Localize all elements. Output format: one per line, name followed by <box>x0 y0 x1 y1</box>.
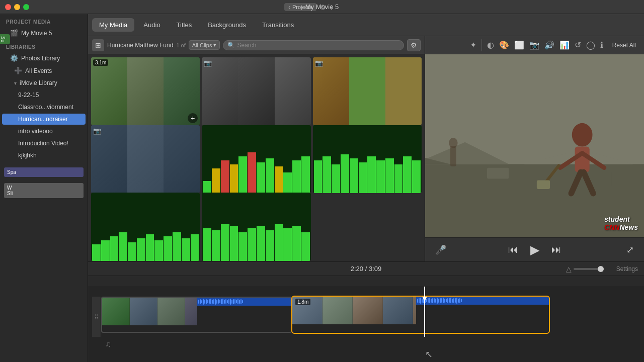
fullscreen-window-button[interactable] <box>23 4 29 10</box>
cursor-icon: ↖ <box>425 349 433 359</box>
sidebar-item-kjkj[interactable]: kjkjhkh <box>2 150 86 161</box>
sidebar-imovie-label: iMovie Library <box>20 79 57 86</box>
time-total: 3:09 <box>369 265 381 273</box>
reset-all-button[interactable]: Reset All <box>608 40 640 50</box>
timeline-body: ⣿ <box>88 276 644 362</box>
collapse-arrow-icon: ▾ <box>14 80 17 86</box>
filter-label: All Clips <box>192 42 212 48</box>
speed-button[interactable]: ↺ <box>573 39 583 51</box>
timeline-ruler <box>88 276 644 286</box>
media-settings-button[interactable]: ⚙ <box>407 39 421 51</box>
search-bar[interactable]: 🔍 <box>223 40 404 50</box>
svg-rect-12 <box>537 180 550 189</box>
skip-to-end-button[interactable]: ⏭ <box>549 242 564 257</box>
sidebar-introduction-label: Introduction Video! <box>18 140 68 147</box>
preview-video: studentCNNNews <box>425 54 644 237</box>
waveform-7 <box>91 220 200 260</box>
app-title: My Movie 5 <box>305 3 339 11</box>
fullscreen-button[interactable]: ⤢ <box>624 242 636 257</box>
media-grid: 3.1m + 📷 <box>88 54 425 261</box>
sidebar-photos-label: Photos Library <box>21 55 60 62</box>
sidebar-classroom-label: Classroo...viornment <box>18 104 73 111</box>
timeline-header: 2:20 / 3:09 △ Settings <box>88 262 644 276</box>
media-thumb-7[interactable] <box>91 193 200 260</box>
chevron-down-icon: ▾ <box>213 42 216 48</box>
crop-button[interactable]: ⬜ <box>512 39 526 51</box>
sidebar-item-my-movie[interactable]: 🎬 My Movie 5 <box>2 27 86 39</box>
waveform-6 <box>313 152 422 193</box>
timeline-settings-button[interactable]: Settings <box>616 265 638 273</box>
video-content: studentCNNNews <box>425 54 644 237</box>
mountain-icon: △ <box>566 265 572 273</box>
sidebar-item-date[interactable]: 9-22-15 <box>2 89 86 101</box>
magic-wand-button[interactable]: ✦ <box>468 39 478 51</box>
sidebar-item-intro[interactable]: intro videooo <box>2 126 86 137</box>
film-icon: 🎬 <box>10 29 18 37</box>
timeline-time: 2:20 / 3:09 <box>351 265 381 273</box>
play-pause-button[interactable]: ▶ <box>528 241 541 259</box>
chart-button[interactable]: 📊 <box>557 39 572 51</box>
sidebar-item-classroom[interactable]: Classroo...viornment <box>2 102 86 113</box>
media-thumb-2[interactable]: 📷 <box>202 57 310 125</box>
media-browser: ⊞ Hurricane Matthew Fund 1 of All Clips … <box>88 36 425 261</box>
tab-backgrounds[interactable]: Backgrounds <box>201 18 253 32</box>
sidebar-item-all-events[interactable]: ➕ All Events <box>2 65 86 76</box>
camera-button[interactable]: 📷 <box>527 39 541 51</box>
media-thumb-1[interactable]: 3.1m + <box>91 57 200 125</box>
media-thumb-6[interactable] <box>313 125 422 193</box>
record-voiceover-button[interactable]: 🎤 <box>433 242 448 257</box>
titlebar: ‹ Projects ⎋ ↓ My Movie 5 <box>0 0 644 14</box>
search-input[interactable] <box>237 42 399 49</box>
skip-to-start-button[interactable]: ⏮ <box>506 242 520 257</box>
middle-section: ⊞ Hurricane Matthew Fund 1 of All Clips … <box>88 36 644 261</box>
preview-panel: ✦ ◐ 🎨 ⬜ 📷 🔊 📊 ↺ ◯ ℹ Reset All <box>425 36 644 261</box>
timeline-clip-2[interactable]: 1.8m <box>292 297 549 333</box>
color-board-button[interactable]: ◐ <box>485 39 496 51</box>
sidebar-item-introduction[interactable]: Introduction Video! <box>2 138 86 149</box>
waveform-8 <box>202 220 310 260</box>
toolbar-icons: ✦ ◐ 🎨 ⬜ 📷 🔊 📊 ↺ ◯ ℹ <box>468 39 605 51</box>
sidebar-item-imovie-library[interactable]: ▾ iMovie Library <box>2 77 86 88</box>
side-label-wsli[interactable]: W Sli <box>4 183 84 198</box>
timeline-zoom[interactable]: △ <box>566 265 604 273</box>
svg-rect-18 <box>611 171 644 186</box>
noise-button[interactable]: ◯ <box>584 39 597 51</box>
sidebar-item-photos-library[interactable]: ⚙️ Photos Library <box>2 52 86 64</box>
media-thumb-4[interactable]: 📷 <box>91 125 200 193</box>
zoom-slider[interactable] <box>574 268 604 270</box>
watermark: studentCNNNews <box>604 215 638 231</box>
clip-2-badge: 1.8m <box>295 299 310 305</box>
handle-icon: ⣿ <box>95 314 98 319</box>
svg-rect-6 <box>575 146 590 172</box>
minimize-window-button[interactable] <box>14 4 20 10</box>
track-handle[interactable]: ⣿ <box>92 297 101 337</box>
audio-button[interactable]: 🔊 <box>542 39 556 51</box>
media-thumb-5[interactable] <box>202 125 310 193</box>
clip-count: 1 of <box>176 42 185 48</box>
time-current: 2:20 <box>351 265 363 273</box>
waveform-5 <box>202 152 310 193</box>
media-thumb-3[interactable]: 📷 <box>313 57 422 125</box>
close-window-button[interactable] <box>5 4 11 10</box>
color-balance-button[interactable]: 🎨 <box>497 39 511 51</box>
sidebar-all-events-label: All Events <box>25 67 52 74</box>
tab-audio[interactable]: Audio <box>136 18 167 32</box>
info-button[interactable]: ℹ <box>598 39 605 51</box>
timeline: 2:20 / 3:09 △ Settings <box>88 261 644 362</box>
clip-filter-dropdown[interactable]: All Clips ▾ <box>189 40 220 50</box>
chevron-left-icon: ‹ <box>288 4 290 10</box>
clip-duration-1: 3.1m <box>93 59 108 66</box>
timeline-clip-1[interactable] <box>101 297 292 333</box>
side-label-su[interactable]: Su <box>0 34 10 44</box>
top-toolbar: My Media Audio Titles Backgrounds Transi… <box>88 14 644 36</box>
grid-view-toggle[interactable]: ⊞ <box>92 39 104 51</box>
sidebar-item-hurricane[interactable]: Hurrican...ndraiser <box>2 114 86 125</box>
tab-transitions[interactable]: Transitions <box>255 18 301 32</box>
media-browser-title: Hurricane Matthew Fund <box>107 42 173 49</box>
sidebar-my-movie-label: My Movie 5 <box>21 30 52 37</box>
media-thumb-8[interactable] <box>202 193 310 260</box>
tab-titles[interactable]: Titles <box>170 18 199 32</box>
video-track: ⣿ <box>92 297 640 337</box>
tab-my-media[interactable]: My Media <box>92 18 134 32</box>
side-label-spa[interactable]: Spa <box>4 167 84 177</box>
